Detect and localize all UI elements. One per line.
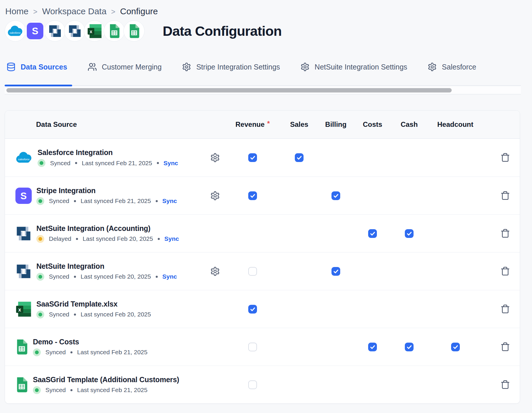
salesforce-icon: salesforce <box>7 25 24 37</box>
data-source-cell: x SaaSGrid Template.xlsx Synced Last syn… <box>5 300 205 318</box>
revenue-checkbox[interactable] <box>248 380 257 389</box>
trash-icon[interactable] <box>500 304 510 314</box>
delete-cell <box>484 266 520 276</box>
revenue-cell <box>225 343 280 351</box>
tab-underline-track <box>5 85 521 86</box>
status-text: Synced <box>49 197 69 204</box>
google-sheets-icon <box>15 377 28 393</box>
source-name: SaaSGrid Template.xlsx <box>36 300 151 308</box>
breadcrumb-home[interactable]: Home <box>5 6 29 16</box>
sync-button[interactable]: Sync <box>162 273 177 280</box>
tabs-scrollbar[interactable] <box>5 86 521 95</box>
breadcrumb: Home > Workspace Data > Configure <box>0 0 532 16</box>
delete-cell <box>484 342 520 352</box>
svg-text:S: S <box>32 26 38 36</box>
separator-dot <box>74 200 76 202</box>
separator-dot <box>70 351 72 353</box>
svg-text:salesforce: salesforce <box>10 31 21 34</box>
source-name: NetSuite Integration <box>36 262 177 270</box>
excel-icon: x <box>87 24 102 39</box>
table-row: x SaaSGrid Template.xlsx Synced Last syn… <box>5 290 520 328</box>
status-dot <box>38 159 45 167</box>
google-sheets-icon <box>15 339 28 355</box>
netsuite-icon <box>48 24 62 38</box>
data-source-cell: Demo - Costs Synced Last synced Feb 21, … <box>5 338 205 356</box>
tab-salesforce-settings[interactable]: Salesforce <box>428 62 476 72</box>
tab-netsuite-integration-settings[interactable]: NetSuite Integration Settings <box>300 62 407 72</box>
revenue-checkbox[interactable] <box>248 305 257 314</box>
sync-button[interactable]: Sync <box>164 160 178 167</box>
status-text: Delayed <box>49 235 71 242</box>
cash-checkbox[interactable] <box>405 343 414 351</box>
trash-icon[interactable] <box>500 229 510 238</box>
separator-dot <box>156 276 158 278</box>
last-synced-text: Last synced Feb 20, 2025 <box>83 235 153 242</box>
scrollbar-thumb[interactable] <box>6 88 452 92</box>
tab-customer-merging[interactable]: Customer Merging <box>88 62 162 72</box>
delete-cell <box>484 304 520 314</box>
column-header-revenue: Revenue * <box>225 120 280 129</box>
trash-icon[interactable] <box>500 266 510 276</box>
column-header-data-source: Data Source <box>5 120 205 129</box>
breadcrumb-workspace-data[interactable]: Workspace Data <box>42 6 107 16</box>
cash-checkbox[interactable] <box>405 229 414 238</box>
data-sources-table: Data Source Revenue * Sales Billing Cost… <box>5 110 520 404</box>
cash-cell <box>391 229 427 238</box>
sales-checkbox[interactable] <box>295 153 304 162</box>
last-synced-text: Last synced Feb 20, 2025 <box>81 273 151 280</box>
gear-icon[interactable] <box>210 191 220 201</box>
separator-dot <box>75 162 77 164</box>
source-badge-stripe: S <box>24 20 46 42</box>
gear-icon[interactable] <box>210 266 220 276</box>
source-name: NetSuite Integration (Accounting) <box>36 224 179 233</box>
svg-text:S: S <box>20 190 27 201</box>
column-header-headcount: Headcount <box>427 120 484 129</box>
settings-cell <box>205 266 225 276</box>
revenue-checkbox[interactable] <box>248 153 257 162</box>
users-icon <box>88 62 97 72</box>
gear-icon[interactable] <box>210 153 220 163</box>
sync-button[interactable]: Sync <box>162 197 177 204</box>
separator-dot <box>157 162 159 164</box>
table-row: S Stripe Integration Synced Last synced … <box>5 177 520 214</box>
trash-icon[interactable] <box>500 153 510 163</box>
revenue-cell <box>225 153 280 162</box>
delete-cell <box>484 380 520 390</box>
source-badge-netsuite <box>64 20 85 42</box>
last-synced-text: Last synced Feb 21, 2025 <box>81 197 151 204</box>
trash-icon[interactable] <box>500 342 510 352</box>
trash-icon[interactable] <box>500 191 510 201</box>
excel-icon: x <box>15 301 32 317</box>
data-source-cell: S Stripe Integration Synced Last synced … <box>5 186 205 205</box>
sync-button[interactable]: Sync <box>164 235 179 242</box>
billing-cell <box>318 267 354 276</box>
last-synced-text: Last synced Feb 21, 2025 <box>77 349 148 356</box>
svg-text:x: x <box>90 29 92 34</box>
revenue-checkbox[interactable] <box>248 267 257 276</box>
column-header-sales: Sales <box>280 120 318 129</box>
table-header: Data Source Revenue * Sales Billing Cost… <box>5 111 520 139</box>
trash-icon[interactable] <box>500 380 510 390</box>
revenue-cell <box>225 305 280 314</box>
revenue-checkbox[interactable] <box>248 343 257 351</box>
tab-label: Salesforce <box>442 63 476 71</box>
settings-cell <box>205 153 225 163</box>
salesforce-icon: salesforce <box>15 152 33 164</box>
billing-checkbox[interactable] <box>331 267 340 276</box>
tab-data-sources[interactable]: Data Sources <box>6 62 67 72</box>
delete-cell <box>484 191 520 201</box>
table-row: salesforce Salesforce Integration Synced… <box>5 139 520 177</box>
tab-stripe-integration-settings[interactable]: Stripe Integration Settings <box>182 62 280 72</box>
revenue-cell <box>225 191 280 200</box>
source-name: Salesforce Integration <box>38 148 178 157</box>
billing-checkbox[interactable] <box>331 191 340 200</box>
headcount-checkbox[interactable] <box>451 343 460 351</box>
breadcrumb-separator: > <box>111 7 116 16</box>
revenue-cell <box>225 267 280 276</box>
page-title: Data Configuration <box>163 23 282 39</box>
costs-checkbox[interactable] <box>368 229 377 238</box>
svg-text:salesforce: salesforce <box>18 158 30 161</box>
costs-checkbox[interactable] <box>368 343 377 351</box>
revenue-checkbox[interactable] <box>248 191 257 200</box>
status-dot <box>36 235 44 243</box>
